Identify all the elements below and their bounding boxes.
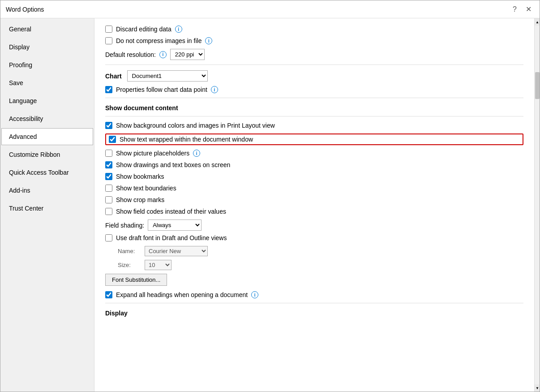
font-size-label: Size: xyxy=(118,262,140,268)
discard-info-icon: i xyxy=(175,26,182,33)
font-name-row: Name: Courier New Arial Times New Roman xyxy=(118,246,523,256)
show-text-boundaries-row: Show text boundaries xyxy=(105,185,523,192)
use-draft-font-label[interactable]: Use draft font in Draft and Outline view… xyxy=(116,234,227,241)
scrollbar-track: ▲ ▼ xyxy=(534,18,540,392)
properties-follow-label[interactable]: Properties follow chart data point xyxy=(116,86,207,93)
font-size-select[interactable]: 8 10 12 14 xyxy=(145,260,171,270)
sidebar-item-accessibility[interactable]: Accessibility xyxy=(1,110,93,127)
close-button[interactable]: ✕ xyxy=(523,4,534,14)
default-resolution-row: Default resolution: i 72 ppi 96 ppi 150 … xyxy=(105,49,523,60)
font-size-row: Size: 8 10 12 14 xyxy=(118,260,523,270)
scroll-down-arrow[interactable]: ▼ xyxy=(535,384,540,392)
divider-1 xyxy=(105,65,523,65)
dialog-title: Word Options xyxy=(6,6,44,13)
sidebar-item-advanced[interactable]: Advanced xyxy=(1,128,93,145)
expand-headings-checkbox[interactable] xyxy=(105,291,112,298)
chart-row: Chart Document1 xyxy=(105,70,523,82)
divider-3 xyxy=(105,116,523,116)
sidebar-item-general[interactable]: General xyxy=(1,21,93,38)
divider-2 xyxy=(105,98,523,98)
word-options-dialog: Word Options ? ✕ General Display Proofin… xyxy=(0,0,540,392)
compress-info-icon: i xyxy=(205,37,212,44)
discard-editing-label[interactable]: Discard editing data xyxy=(116,26,171,33)
sidebar-item-trust-center[interactable]: Trust Center xyxy=(1,200,93,217)
title-bar: Word Options ? ✕ xyxy=(0,0,540,18)
compress-images-row: Do not compress images in file i xyxy=(105,37,523,44)
font-name-label: Name: xyxy=(118,248,140,254)
show-crop-marks-row: Show crop marks xyxy=(105,196,523,203)
show-document-content-header: Show document content xyxy=(105,104,523,112)
show-drawings-row: Show drawings and text boxes on screen xyxy=(105,161,523,168)
sidebar-item-save[interactable]: Save xyxy=(1,74,93,91)
show-field-codes-label[interactable]: Show field codes instead of their values xyxy=(116,208,226,215)
sidebar-item-proofing[interactable]: Proofing xyxy=(1,56,93,73)
show-text-wrapped-row: Show text wrapped within the document wi… xyxy=(105,134,523,145)
show-text-boundaries-label[interactable]: Show text boundaries xyxy=(116,185,176,192)
field-shading-row: Field shading: Never Always When selecte… xyxy=(105,220,523,231)
show-field-codes-checkbox[interactable] xyxy=(105,208,112,215)
scroll-up-arrow[interactable]: ▲ xyxy=(535,18,540,26)
show-text-boundaries-checkbox[interactable] xyxy=(105,185,112,192)
discard-editing-row: Discard editing data i xyxy=(105,26,523,33)
field-shading-label: Field shading: xyxy=(105,222,144,229)
show-drawings-checkbox[interactable] xyxy=(105,161,112,168)
expand-headings-row: Expand all headings when opening a docum… xyxy=(105,291,523,298)
default-resolution-label: Default resolution: xyxy=(105,51,156,58)
expand-info-icon: i xyxy=(251,291,258,298)
show-bookmarks-checkbox[interactable] xyxy=(105,173,112,180)
discard-editing-checkbox[interactable] xyxy=(105,26,112,33)
help-button[interactable]: ? xyxy=(510,4,519,14)
scrollbar-thumb[interactable] xyxy=(535,72,540,99)
font-name-select[interactable]: Courier New Arial Times New Roman xyxy=(145,246,208,256)
field-shading-select[interactable]: Never Always When selected xyxy=(148,220,201,231)
properties-info-icon: i xyxy=(211,86,218,93)
resolution-info-icon: i xyxy=(159,51,167,58)
use-draft-font-checkbox[interactable] xyxy=(105,234,112,241)
show-bg-colors-label[interactable]: Show background colors and images in Pri… xyxy=(116,122,275,129)
show-bg-colors-row: Show background colors and images in Pri… xyxy=(105,122,523,129)
pic-info-icon: i xyxy=(193,150,200,157)
show-bookmarks-row: Show bookmarks xyxy=(105,173,523,180)
sidebar-item-customize-ribbon[interactable]: Customize Ribbon xyxy=(1,146,93,163)
use-draft-font-row: Use draft font in Draft and Outline view… xyxy=(105,234,523,241)
show-text-wrapped-label[interactable]: Show text wrapped within the document wi… xyxy=(120,136,253,143)
show-crop-marks-checkbox[interactable] xyxy=(105,196,112,203)
sidebar-item-add-ins[interactable]: Add-ins xyxy=(1,182,93,199)
show-drawings-label[interactable]: Show drawings and text boxes on screen xyxy=(116,161,230,168)
show-text-wrapped-checkbox[interactable] xyxy=(109,136,116,143)
font-substitution-button[interactable]: Font Substitution... xyxy=(105,274,167,286)
show-picture-placeholders-row: Show picture placeholders i xyxy=(105,150,523,157)
show-bookmarks-label[interactable]: Show bookmarks xyxy=(116,173,164,180)
compress-images-checkbox[interactable] xyxy=(105,37,112,44)
sidebar: General Display Proofing Save Language A… xyxy=(0,18,94,392)
font-substitution-row: Font Substitution... xyxy=(105,274,523,286)
chart-label: Chart xyxy=(105,73,122,80)
default-resolution-select[interactable]: 72 ppi 96 ppi 150 ppi 220 ppi 330 ppi xyxy=(170,49,205,60)
show-picture-placeholders-checkbox[interactable] xyxy=(105,150,112,157)
chart-document-select[interactable]: Document1 xyxy=(127,70,208,82)
sidebar-item-language[interactable]: Language xyxy=(1,92,93,109)
divider-4 xyxy=(105,303,523,303)
show-crop-marks-label[interactable]: Show crop marks xyxy=(116,196,164,203)
sidebar-item-quick-access-toolbar[interactable]: Quick Access Toolbar xyxy=(1,164,93,181)
show-bg-colors-checkbox[interactable] xyxy=(105,122,112,129)
properties-follow-row: Properties follow chart data point i xyxy=(105,86,523,93)
sidebar-item-display[interactable]: Display xyxy=(1,39,93,56)
display-section-header: Display xyxy=(105,310,523,317)
dialog-body: General Display Proofing Save Language A… xyxy=(0,18,540,392)
title-bar-buttons: ? ✕ xyxy=(510,4,534,14)
properties-follow-checkbox[interactable] xyxy=(105,86,112,93)
show-field-codes-row: Show field codes instead of their values xyxy=(105,208,523,215)
main-content: Discard editing data i Do not compress i… xyxy=(94,18,534,392)
show-picture-placeholders-label[interactable]: Show picture placeholders xyxy=(116,150,189,157)
expand-headings-label[interactable]: Expand all headings when opening a docum… xyxy=(116,291,248,298)
compress-images-label[interactable]: Do not compress images in file xyxy=(116,37,201,44)
